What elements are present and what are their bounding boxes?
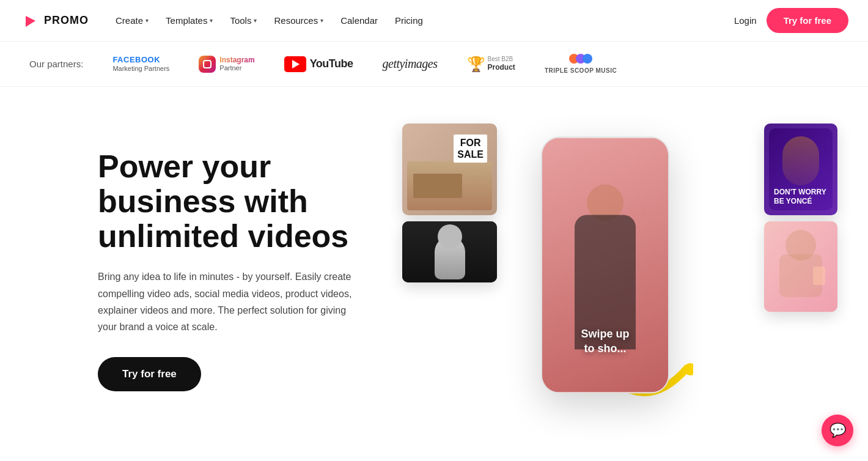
thumbnail-icecream <box>764 221 837 312</box>
phone-screen: Swipe upto sho... <box>542 138 668 393</box>
chevron-down-icon: ▾ <box>254 17 257 24</box>
circle-3 <box>583 54 592 64</box>
partners-bar: Our partners: FACEBOOK Marketing Partner… <box>0 42 868 87</box>
nav-try-free-button[interactable]: Try for free <box>767 8 848 33</box>
nav-tools[interactable]: Tools ▾ <box>223 10 264 31</box>
chevron-down-icon: ▾ <box>145 17 149 24</box>
hero-try-free-button[interactable]: Try for free <box>98 357 201 391</box>
triple-scoop-name: TRIPLE SCOOP MUSIC <box>545 67 617 74</box>
nav-templates[interactable]: Templates ▾ <box>158 10 220 31</box>
nav-calendar[interactable]: Calendar <box>333 10 385 31</box>
b2b-line2: Product <box>488 63 515 72</box>
hero-title: Power your business with unlimited video… <box>98 149 391 254</box>
nav-resources[interactable]: Resources ▾ <box>267 10 331 31</box>
partner-instagram: Instagram Partner <box>199 56 254 73</box>
logo-icon <box>20 11 39 31</box>
youtube-icon <box>284 56 306 72</box>
thumbnail-tennis <box>402 221 497 282</box>
partner-facebook: FACEBOOK Marketing Partners <box>112 56 169 72</box>
thumbnail-forsale: FORSALE <box>402 124 497 215</box>
concert-text: DON'T WORRYBE YONCÉ <box>774 188 828 205</box>
nav-links: Create ▾ Templates ▾ Tools ▾ Resources ▾… <box>108 10 734 31</box>
swipe-text: Swipe upto sho... <box>542 327 668 356</box>
phone-mockup: Swipe upto sho... <box>541 137 669 394</box>
login-link[interactable]: Login <box>734 15 757 26</box>
facebook-name: FACEBOOK <box>112 56 169 64</box>
chat-button[interactable]: 💬 <box>822 415 853 446</box>
youtube-play-icon <box>292 60 300 68</box>
partner-triple-scoop: TRIPLE SCOOP MUSIC <box>545 54 617 74</box>
facebook-subtitle: Marketing Partners <box>112 65 169 72</box>
phone-overlay-text: Swipe upto sho... <box>542 327 668 356</box>
nav-pricing[interactable]: Pricing <box>388 10 430 31</box>
forsale-text: FORSALE <box>457 138 484 160</box>
instagram-icon <box>199 56 216 73</box>
partners-label: Our partners: <box>29 59 83 69</box>
nav-create[interactable]: Create ▾ <box>108 10 156 31</box>
hero-description: Bring any idea to life in minutes - by y… <box>98 268 367 335</box>
partner-b2b: 🏆 Best B2B Product <box>467 56 515 73</box>
chevron-down-icon: ▾ <box>320 17 323 24</box>
hero-content: Power your business with unlimited video… <box>98 149 391 391</box>
trophy-icon: 🏆 <box>467 56 485 73</box>
chat-icon: 💬 <box>829 422 846 438</box>
youtube-name: YouTube <box>310 57 353 70</box>
chevron-down-icon: ▾ <box>210 17 213 24</box>
brand-name: PROMO <box>44 14 89 27</box>
getty-name: gettyimages <box>383 57 438 71</box>
instagram-subtitle: Partner <box>219 64 254 72</box>
partner-youtube: YouTube <box>284 56 353 72</box>
triple-scoop-icon <box>569 54 592 64</box>
navbar: PROMO Create ▾ Templates ▾ Tools ▾ Resou… <box>0 0 868 42</box>
logo-link[interactable]: PROMO <box>20 11 89 31</box>
b2b-line1: Best B2B <box>488 56 515 63</box>
hero-showcase: FORSALE <box>391 111 819 429</box>
hero-section: Power your business with unlimited video… <box>0 87 868 441</box>
nav-right: Login Try for free <box>734 8 848 33</box>
instagram-name: Instagram <box>219 56 254 64</box>
partner-getty: gettyimages <box>383 57 438 71</box>
thumbnail-concert: DON'T WORRYBE YONCÉ <box>764 124 837 215</box>
